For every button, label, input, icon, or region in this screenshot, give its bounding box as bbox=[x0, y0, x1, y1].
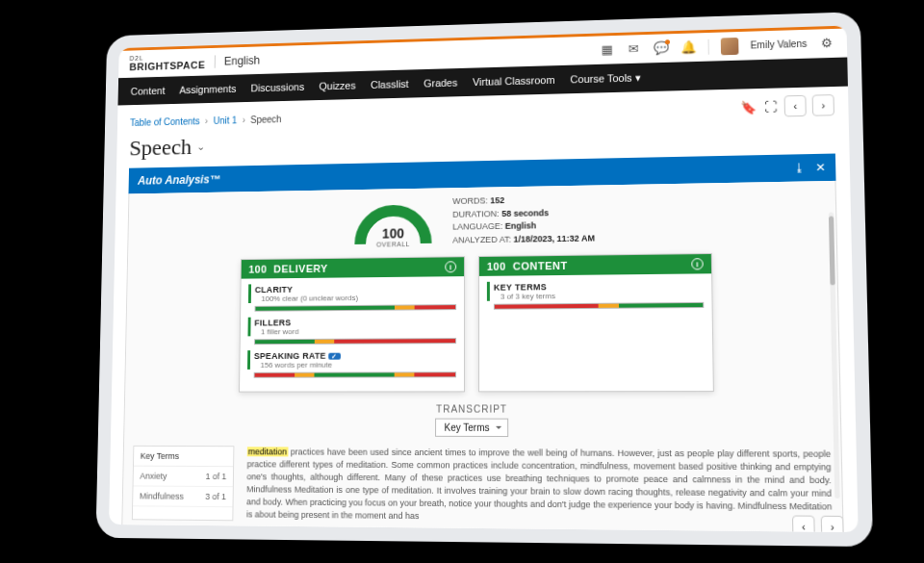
download-icon[interactable]: ⭳ bbox=[793, 161, 806, 174]
app-screen: D2L BRIGHTSPACE English ▦ ✉ 💬 🔔 Emily Va… bbox=[109, 26, 859, 532]
metric-speaking-rate: SPEAKING RATE✓ 156 words per minute bbox=[247, 349, 456, 378]
apps-icon[interactable]: ▦ bbox=[599, 41, 614, 57]
pager-prev-button[interactable]: ‹ bbox=[792, 516, 815, 532]
content-area: Table of Contents › Unit 1 › Speech 🔖 ⛶ … bbox=[109, 87, 859, 532]
metric-sub: 3 of 3 key terms bbox=[500, 292, 555, 301]
analysis-title: Auto Analysis™ bbox=[138, 172, 220, 187]
metric-sub: 156 words per minute bbox=[260, 360, 340, 369]
view-controls: 🔖 ⛶ ‹ › bbox=[740, 94, 834, 117]
metric-fillers: FILLERS 1 filler word bbox=[247, 316, 456, 345]
card-header: 100 CONTENT i bbox=[479, 254, 711, 276]
page-title: Speech bbox=[129, 135, 192, 161]
info-icon[interactable]: i bbox=[691, 258, 704, 269]
meta-analyzed: 1/18/2023, 11:32 AM bbox=[513, 233, 595, 243]
card-delivery: 100 DELIVERY i CLARITY 100% clear (0 unc… bbox=[239, 256, 465, 392]
brand-divider bbox=[214, 55, 215, 67]
chevron-down-icon[interactable]: ⌄ bbox=[197, 141, 206, 153]
metric-bar bbox=[255, 304, 457, 312]
meta-label: WORDS: bbox=[452, 195, 488, 205]
overall-label: OVERALL bbox=[351, 241, 436, 248]
brand-block: D2L BRIGHTSPACE English bbox=[129, 51, 260, 72]
crumb-current: Speech bbox=[250, 114, 281, 124]
bell-icon[interactable]: 🔔 bbox=[680, 39, 696, 55]
bottom-pager: ‹ › bbox=[792, 516, 844, 532]
metric-stripe bbox=[248, 284, 251, 303]
nav-quizzes[interactable]: Quizzes bbox=[319, 80, 355, 92]
transcript-heading: TRANSCRIPT bbox=[134, 403, 830, 414]
key-term-name: Mindfulness bbox=[140, 491, 184, 500]
nav-classlist[interactable]: Classlist bbox=[371, 78, 409, 90]
key-term-row[interactable]: Mindfulness 3 of 1 bbox=[133, 486, 233, 507]
metric-title: KEY TERMS bbox=[494, 282, 555, 293]
card-header: 100 DELIVERY i bbox=[242, 257, 464, 278]
key-terms-title: Key Terms bbox=[134, 447, 233, 467]
card-content: 100 CONTENT i KEY TERMS 3 of 3 key terms bbox=[478, 253, 714, 392]
card-title: DELIVERY bbox=[273, 263, 328, 274]
topic-prev-button[interactable]: ‹ bbox=[784, 95, 807, 117]
metric-stripe bbox=[247, 318, 250, 337]
key-term-count: 3 of 1 bbox=[205, 492, 226, 501]
meta-label: ANALYZED AT: bbox=[452, 234, 511, 244]
card-score: 100 bbox=[487, 261, 506, 272]
nav-content[interactable]: Content bbox=[131, 85, 166, 96]
meta-language: English bbox=[505, 220, 536, 230]
nav-assignments[interactable]: Assignments bbox=[179, 83, 236, 95]
transcript-text: meditation practices have been used sinc… bbox=[246, 446, 833, 527]
analysis-panel: 100 OVERALL WORDS: 152 DURATION: 58 seco… bbox=[121, 181, 844, 532]
card-body: CLARITY 100% clear (0 unclear words) FIL… bbox=[240, 276, 464, 392]
crumb-toc[interactable]: Table of Contents bbox=[130, 115, 200, 127]
key-term-name: Anxiety bbox=[140, 472, 167, 481]
nav-discussions[interactable]: Discussions bbox=[250, 81, 304, 93]
analysis-meta: WORDS: 152 DURATION: 58 seconds LANGUAGE… bbox=[452, 193, 595, 247]
metric-sub: 100% clear (0 unclear words) bbox=[261, 294, 358, 303]
meta-words: 152 bbox=[490, 195, 504, 205]
metric-bar bbox=[254, 338, 456, 345]
breadcrumb: Table of Contents › Unit 1 › Speech bbox=[130, 114, 282, 127]
avatar[interactable] bbox=[721, 37, 739, 54]
card-body: KEY TERMS 3 of 3 key terms bbox=[479, 273, 712, 323]
topic-next-button[interactable]: › bbox=[812, 94, 834, 116]
close-icon[interactable]: ✕ bbox=[815, 161, 826, 174]
metric-stripe bbox=[247, 350, 250, 370]
crumb-sep: › bbox=[243, 115, 245, 125]
utility-actions: ▦ ✉ 💬 🔔 Emily Valens ⚙ bbox=[599, 34, 834, 58]
chat-icon[interactable]: 💬 bbox=[654, 40, 669, 56]
crumb-unit[interactable]: Unit 1 bbox=[214, 115, 238, 125]
metric-stripe bbox=[487, 282, 490, 301]
key-term-row[interactable]: Anxiety 1 of 1 bbox=[134, 467, 234, 488]
nav-course-tools[interactable]: Course Tools ▾ bbox=[570, 71, 640, 86]
transcript-body: Key Terms Anxiety 1 of 1 Mindfulness 3 o… bbox=[132, 446, 833, 527]
pager-next-button[interactable]: › bbox=[821, 516, 844, 532]
metric-title: FILLERS bbox=[254, 318, 298, 327]
metric-key-terms: KEY TERMS 3 of 3 key terms bbox=[487, 279, 704, 309]
card-title: CONTENT bbox=[513, 260, 568, 272]
device-frame: D2L BRIGHTSPACE English ▦ ✉ 💬 🔔 Emily Va… bbox=[95, 12, 873, 547]
meta-label: LANGUAGE: bbox=[452, 221, 502, 232]
metric-clarity: CLARITY 100% clear (0 unclear words) bbox=[248, 282, 456, 312]
summary-row: 100 OVERALL WORDS: 152 DURATION: 58 seco… bbox=[137, 189, 826, 253]
util-divider bbox=[707, 38, 708, 54]
meta-label: DURATION: bbox=[452, 209, 499, 219]
metric-bar bbox=[494, 302, 704, 310]
user-name[interactable]: Emily Valens bbox=[750, 38, 807, 51]
overall-score: 100 bbox=[351, 225, 436, 242]
score-cards: 100 DELIVERY i CLARITY 100% clear (0 unc… bbox=[135, 251, 830, 392]
nav-virtual-classroom[interactable]: Virtual Classroom bbox=[473, 74, 555, 88]
overall-gauge: 100 OVERALL bbox=[351, 195, 436, 249]
key-terms-box: Key Terms Anxiety 1 of 1 Mindfulness 3 o… bbox=[132, 446, 235, 522]
metric-bar bbox=[254, 371, 456, 378]
gear-icon[interactable]: ⚙ bbox=[819, 35, 835, 50]
crumb-sep: › bbox=[205, 115, 208, 126]
bookmark-icon[interactable]: 🔖 bbox=[740, 99, 757, 115]
brand-brightspace: BRIGHTSPACE bbox=[129, 60, 205, 73]
course-name: English bbox=[224, 54, 260, 67]
info-icon[interactable]: i bbox=[445, 261, 456, 272]
metric-title: SPEAKING RATE bbox=[254, 350, 326, 360]
card-score: 100 bbox=[248, 264, 267, 275]
metric-sub: 1 filler word bbox=[261, 327, 299, 336]
transcript-filter-select[interactable]: Key Terms bbox=[436, 419, 508, 437]
key-term-count: 1 of 1 bbox=[205, 472, 226, 481]
fullscreen-icon[interactable]: ⛶ bbox=[762, 99, 779, 115]
mail-icon[interactable]: ✉ bbox=[627, 41, 642, 57]
nav-grades[interactable]: Grades bbox=[424, 77, 457, 90]
